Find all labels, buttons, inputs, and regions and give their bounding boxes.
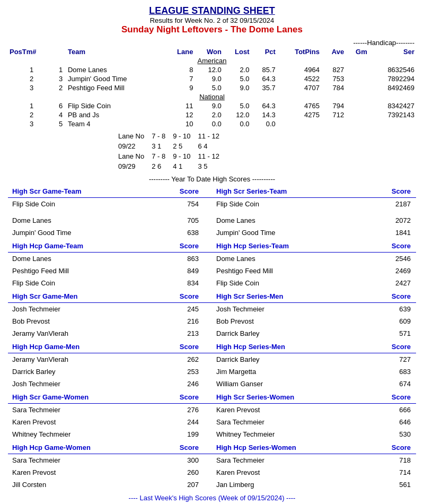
standings-table: ------Handicap-------- PosTm# Team Lane … [8,38,416,128]
highs-section-table: High Scr Game-TeamScoreHigh Scr Series-T… [8,185,416,239]
highs-data-row: Sara Techmeier300Sara Techmeier718 [8,454,416,467]
table-row: 32Peshtigo Feed Mill95.09.035.7470778484… [8,83,416,92]
highs-data-row: Karen Prevost260Karen Prevost714 [8,466,416,479]
highs-section-table: High Scr Game-MenScoreHigh Scr Series-Me… [8,290,416,340]
table-row: 24PB and Js122.012.014.342757127392143 [8,110,416,119]
lane-schedule-row: Lane No7 - 89 - 1011 - 12 [115,132,223,141]
highs-data-row: Sara Techmeier276Karen Prevost666 [8,404,416,416]
highs-data-row: Bob Prevost216Bob Prevost609 [8,315,416,327]
division-header: American [8,56,416,65]
highs-data-row: Jill Corsten207Jan Limberg561 [8,479,416,491]
highs-data-row: Jeramy VanVlerah213Darrick Barley571 [8,327,416,340]
col-lost: Lost [223,47,251,56]
division-header: National [8,92,416,101]
col-tm [55,47,66,56]
sub-title: Results for Week No. 2 of 32 09/15/2024 [8,16,416,24]
highs-section-table: High Hcp Game-WomenScoreHigh Hcp Series-… [8,441,416,491]
ytd-header: --------- Year To Date High Scores -----… [8,175,416,183]
col-gm: Gm [346,47,369,56]
highs-data-row: Josh Techmeier245Josh Techmeier639 [8,303,416,316]
highs-data-row [8,210,416,214]
lane-schedule-row: 09/292 64 13 5 [115,162,223,171]
highs-data-row: Peshtigo Feed Mill849Peshtigo Feed Mill2… [8,265,416,277]
highs-data-row: Darrick Barley253Jim Margetta683 [8,366,416,378]
highs-section-table: High Scr Game-WomenScoreHigh Scr Series-… [8,391,416,440]
league-name: Sunday Night Leftovers - The Dome Lanes [8,24,416,35]
highs-data-row: Jumpin' Good Time638Jumpin' Good Time184… [8,227,416,239]
page: LEAGUE STANDING SHEET Results for Week N… [0,0,424,504]
col-lane: Lane [164,47,195,56]
col-ser: Ser [369,47,416,56]
highs-data-row: Whitney Techmeier199Whitney Techmeier530 [8,428,416,440]
col-won: Won [195,47,223,56]
col-pos: PosTm# [8,47,55,56]
highs-data-row: Dome Lanes863Dome Lanes2546 [8,253,416,265]
col-totpins: TotPins [277,47,321,56]
col-ave: Ave [321,47,346,56]
highs-section-table: High Hcp Game-TeamScoreHigh Hcp Series-T… [8,240,416,289]
highs-container: High Scr Game-TeamScoreHigh Scr Series-T… [8,185,416,491]
table-row: 11Dome Lanes812.02.085.749648278632546 [8,65,416,74]
highs-data-row: Flip Side Coin754Flip Side Coin2187 [8,198,416,211]
title-section: LEAGUE STANDING SHEET Results for Week N… [8,5,416,35]
highs-section-table: High Hcp Game-MenScoreHigh Hcp Series-Me… [8,341,416,390]
table-row: 16Flip Side Coin119.05.064.3476579483424… [8,101,416,110]
lane-schedule-row: 09/223 12 56 4 [115,142,223,151]
highs-data-row: Karen Prevost244Sara Techmeier646 [8,416,416,428]
highs-data-row: Flip Side Coin834Flip Side Coin2427 [8,277,416,289]
table-row: 23Jumpin' Good Time79.05.064.34522753789… [8,74,416,83]
highs-data-row: Jeramy VanVlerah262Darrick Barley727 [8,353,416,366]
lane-schedule-table: Lane No7 - 89 - 1011 - 1209/223 12 56 4L… [114,131,224,172]
handicap-header: ------Handicap-------- [8,38,416,47]
highs-data-row: Dome Lanes705Dome Lanes2072 [8,214,416,227]
col-pct: Pct [251,47,277,56]
main-title: LEAGUE STANDING SHEET [8,5,416,16]
col-team: Team [66,47,164,56]
lane-schedule-row: Lane No7 - 89 - 1011 - 12 [115,152,223,161]
table-row: 35Team 4100.00.00.0 [8,119,416,128]
highs-data-row: Josh Techmeier246William Ganser674 [8,378,416,390]
last-week-label: ---- Last Week's High Scores (Week of 09… [8,494,416,502]
